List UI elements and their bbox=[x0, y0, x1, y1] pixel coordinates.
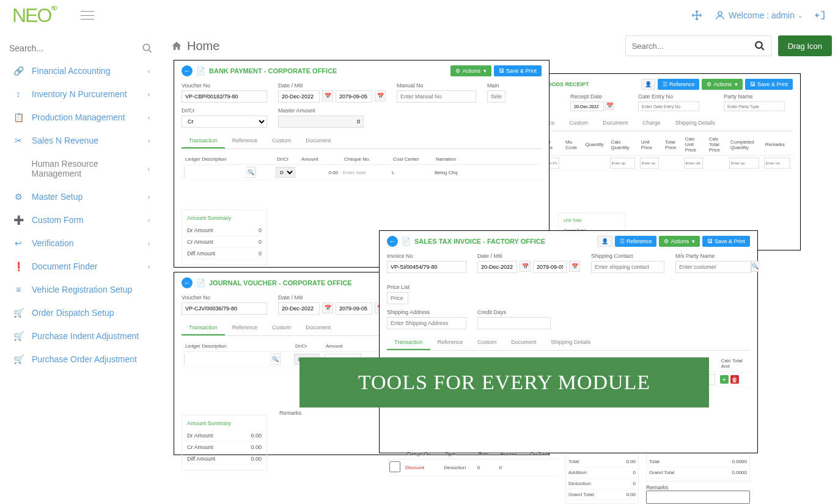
ship-addr-input[interactable] bbox=[387, 317, 466, 329]
user-button[interactable]: 👤 bbox=[641, 79, 655, 90]
sidebar-item-verification[interactable]: ↩Verification‹ bbox=[9, 232, 153, 255]
calendar-icon[interactable]: 📅 bbox=[520, 261, 531, 272]
sidebar-item-human-resource-management[interactable]: Human Resource Management‹ bbox=[9, 152, 153, 185]
save-print-button[interactable]: 🖫 Save & Print bbox=[745, 79, 793, 90]
main-select[interactable] bbox=[487, 90, 505, 103]
back-icon[interactable]: ← bbox=[387, 236, 398, 247]
reference-button[interactable]: ☰ Reference bbox=[615, 236, 657, 247]
ledger-search[interactable]: 🔍 bbox=[184, 167, 256, 178]
calendar-icon[interactable]: 📅 bbox=[375, 90, 386, 101]
search-icon[interactable]: 🔍 bbox=[246, 169, 255, 175]
breadcrumb-home[interactable]: Home bbox=[171, 39, 219, 53]
drag-icon-button[interactable]: Drag Icon bbox=[778, 35, 832, 56]
remarks-input[interactable] bbox=[764, 158, 790, 169]
unit-price-input[interactable] bbox=[640, 158, 659, 169]
tab-reference[interactable]: Reference bbox=[225, 134, 265, 148]
party-input[interactable] bbox=[675, 261, 751, 273]
narration-cell[interactable]: Being Chq bbox=[432, 165, 542, 180]
add-row-icon[interactable]: + bbox=[720, 375, 729, 384]
tab-custom[interactable]: Custom bbox=[470, 335, 504, 350]
cheque-cell[interactable]: Enter data bbox=[340, 165, 389, 180]
tab-custom[interactable]: Custom bbox=[562, 116, 595, 131]
invoice-input[interactable] bbox=[387, 261, 466, 273]
date-input[interactable] bbox=[278, 90, 320, 103]
credit-input[interactable] bbox=[477, 317, 551, 329]
sidebar-search-input[interactable] bbox=[9, 43, 142, 53]
tab-document[interactable]: Document bbox=[298, 134, 338, 148]
sidebar-item-financial-accounting[interactable]: 🔗Financial Accounting‹ bbox=[9, 59, 153, 82]
chevron-left-icon: ‹ bbox=[148, 91, 150, 98]
drcr-select[interactable]: Cr bbox=[182, 115, 267, 128]
tab-shipping-details[interactable]: Shipping Details bbox=[543, 335, 598, 350]
actions-button[interactable]: ⚙ Actions bbox=[659, 236, 700, 247]
sidebar-item-sales-n-revenue[interactable]: ✂Sales N Revenue‹ bbox=[9, 129, 153, 152]
miti-input[interactable] bbox=[336, 302, 372, 315]
tab-reference[interactable]: Reference bbox=[430, 335, 471, 350]
sidebar-item-production-management[interactable]: 📋Production Management‹ bbox=[9, 106, 153, 129]
app-header: NEOerp Welcome : admin ⌄ bbox=[0, 0, 838, 31]
charge-check[interactable] bbox=[389, 461, 400, 472]
delete-row-icon[interactable]: 🗑 bbox=[730, 375, 739, 384]
tab-document[interactable]: Document bbox=[504, 335, 543, 350]
ship-contact-input[interactable] bbox=[591, 261, 664, 273]
miti-input[interactable] bbox=[533, 261, 567, 273]
master-amt-input bbox=[278, 115, 364, 128]
main-search-input[interactable] bbox=[632, 42, 754, 51]
sidebar-item-purchase-indent-adjustment[interactable]: 🛒Purchase Indent Adjustment bbox=[9, 324, 153, 348]
date-input[interactable] bbox=[477, 261, 517, 273]
calendar-icon[interactable]: 📅 bbox=[322, 90, 333, 101]
tab-reference[interactable]: Reference bbox=[225, 321, 265, 335]
back-icon[interactable]: ← bbox=[182, 277, 193, 288]
voucher-input[interactable] bbox=[182, 90, 267, 103]
calc-qty-input[interactable] bbox=[610, 158, 635, 169]
manual-input[interactable] bbox=[397, 90, 476, 103]
sidebar-item-document-finder[interactable]: ❗Document Finder‹ bbox=[9, 255, 153, 278]
user-button[interactable]: 👤 bbox=[597, 236, 612, 247]
calendar-icon[interactable]: 📅 bbox=[605, 101, 614, 110]
sidebar-item-order-dispatch-setup[interactable]: 🛒Order Dispatch Setup bbox=[9, 301, 153, 324]
back-icon[interactable]: ← bbox=[182, 65, 193, 76]
remarks-input[interactable] bbox=[646, 491, 750, 504]
reference-button[interactable]: ☰ Reference bbox=[658, 79, 700, 90]
tab-transaction[interactable]: Transaction bbox=[387, 335, 430, 350]
search-icon[interactable]: 🔍 bbox=[270, 356, 280, 362]
col-header: Unit Price bbox=[638, 134, 661, 156]
party-input[interactable] bbox=[724, 101, 785, 111]
calendar-icon[interactable]: 📅 bbox=[322, 302, 333, 313]
calc-unit-input[interactable] bbox=[684, 158, 703, 169]
tab-document[interactable]: Document bbox=[595, 116, 635, 131]
move-icon[interactable] bbox=[691, 10, 702, 21]
calendar-icon[interactable]: 📅 bbox=[569, 261, 580, 272]
tab-transaction[interactable]: Transaction bbox=[182, 321, 225, 335]
search-icon[interactable] bbox=[754, 40, 765, 51]
user-welcome[interactable]: Welcome : admin ⌄ bbox=[715, 10, 803, 21]
voucher-input[interactable] bbox=[182, 302, 267, 315]
actions-button[interactable]: ⚙ Actions bbox=[702, 79, 743, 90]
tab-custom[interactable]: Custom bbox=[265, 134, 298, 148]
miti-input[interactable] bbox=[336, 90, 372, 103]
tab-charge[interactable]: Charge bbox=[635, 116, 668, 131]
sidebar-item-master-setup[interactable]: ⚙Master Setup‹ bbox=[9, 185, 153, 208]
comp-qty-input[interactable] bbox=[729, 158, 759, 169]
drcr-select[interactable]: Dr bbox=[276, 167, 295, 178]
sidebar-item-vehicle-registration-setup[interactable]: ≡Vehicle Registration Setup bbox=[9, 278, 153, 301]
tab-transaction[interactable]: Transaction bbox=[182, 134, 225, 148]
ledger-search[interactable]: 🔍 bbox=[184, 354, 281, 365]
save-print-button[interactable]: 🖫 Save & Print bbox=[494, 65, 542, 76]
search-icon[interactable]: 🔍 bbox=[751, 261, 759, 272]
save-print-button[interactable]: 🖫 Save & Print bbox=[702, 236, 750, 247]
signout-icon[interactable] bbox=[815, 10, 826, 21]
sidebar-item-custom-form[interactable]: ➕Custom Form‹ bbox=[9, 208, 153, 232]
actions-button[interactable]: ⚙ Actions bbox=[450, 65, 491, 76]
rdate-input[interactable] bbox=[570, 101, 604, 111]
date-input[interactable] bbox=[278, 302, 320, 315]
tab-shipping-details[interactable]: Shipping Details bbox=[668, 116, 722, 131]
sidebar-item-purchase-order-adjustment[interactable]: 🛒Purchase Order Adjustment bbox=[9, 348, 153, 371]
search-icon[interactable] bbox=[142, 42, 153, 54]
sidebar-item-inventory-n-purcurement[interactable]: ↕Inventory N Purcurement‹ bbox=[9, 82, 153, 106]
hamburger-icon[interactable] bbox=[81, 11, 94, 20]
gate-input[interactable] bbox=[638, 101, 699, 111]
tab-document[interactable]: Document bbox=[298, 321, 338, 335]
price-input[interactable] bbox=[387, 292, 408, 304]
tab-custom[interactable]: Custom bbox=[265, 321, 298, 335]
